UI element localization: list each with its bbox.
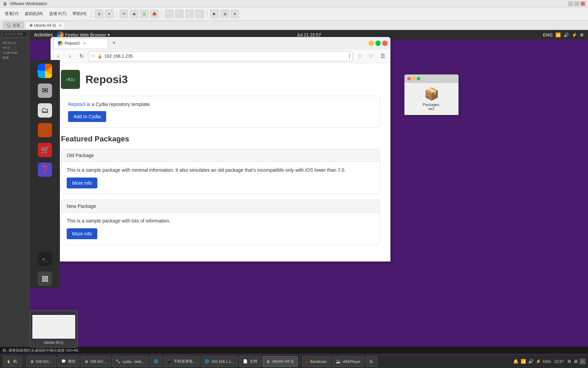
svg-rect-4 bbox=[44, 278, 46, 280]
toolbar-btn-5[interactable]: 🔋 bbox=[140, 10, 148, 18]
add-to-cydia-btn[interactable]: Add to Cydia bbox=[68, 111, 106, 122]
activities-label[interactable]: Activities bbox=[34, 32, 53, 37]
dock-firefox[interactable] bbox=[36, 62, 54, 80]
tab-home[interactable]: 🏠 主页 bbox=[3, 21, 24, 29]
taskbar-airplay-icon: 💻 bbox=[336, 359, 341, 364]
taskbar-item-os[interactable]: 🐧 机. bbox=[3, 356, 22, 367]
ff-tab-close[interactable]: ✕ bbox=[83, 41, 86, 46]
taskbar-wechat-label: 微信 bbox=[68, 359, 76, 364]
ff-shield-icon[interactable]: 🛡 bbox=[366, 51, 376, 61]
toolbar-btn-13[interactable]: ▼ bbox=[231, 10, 239, 18]
menu-help[interactable]: 帮助(H) bbox=[70, 10, 88, 17]
dock-help[interactable]: ❓ bbox=[36, 161, 54, 179]
pause-btn[interactable]: ⏸ bbox=[95, 10, 103, 18]
maximize-btn[interactable]: □ bbox=[574, 1, 579, 6]
taskbar-item-cydia[interactable]: 🔧 cydia - tekk... bbox=[112, 356, 148, 367]
toolbar-btn-3[interactable]: ⟳ bbox=[120, 10, 128, 18]
taskbar-item-wechat[interactable]: 💬 微信 bbox=[58, 356, 79, 367]
minimize-btn[interactable]: ─ bbox=[568, 1, 573, 6]
url-text[interactable]: 192.168.1.235 bbox=[104, 53, 347, 59]
systray-display[interactable]: 🖥 bbox=[573, 359, 578, 364]
systray-time: 22:57 bbox=[553, 359, 565, 364]
fm-max[interactable] bbox=[417, 77, 420, 80]
more-info-btn-old[interactable]: More info bbox=[67, 178, 97, 188]
menu-vm[interactable]: 虚拟机(M) bbox=[22, 10, 45, 17]
taskbar-sep-2 bbox=[300, 357, 300, 366]
repo-header: /R3/ Reposi3 bbox=[61, 70, 380, 89]
dock-terminal[interactable]: >_ bbox=[36, 250, 54, 268]
ff-maximize[interactable] bbox=[375, 41, 381, 46]
fm-close[interactable] bbox=[407, 77, 411, 80]
info-box: Reposi3 is a Cydia repository template. … bbox=[61, 96, 380, 128]
dock-files-icon: 🗂 bbox=[38, 103, 52, 118]
more-info-btn-new[interactable]: More info bbox=[67, 228, 97, 239]
ff-minimize[interactable] bbox=[369, 41, 374, 46]
taskbar-item-ivb2[interactable]: 🖥 IVB.N/C... bbox=[81, 356, 111, 367]
toolbar-sep-1 bbox=[92, 11, 92, 17]
taskbar-item-net[interactable]: 🌐 192.168.1.1... bbox=[201, 356, 238, 367]
bookmark-icon[interactable]: ☆ bbox=[355, 51, 364, 61]
toolbar-btn-12[interactable]: 🖥 bbox=[220, 10, 229, 18]
package-old-description: This is a sample package with minimal in… bbox=[67, 167, 374, 173]
toolbar-btn-7[interactable]: ⬜ bbox=[165, 10, 173, 18]
ff-refresh-btn[interactable]: ↻ bbox=[77, 51, 86, 61]
dock-files[interactable]: 🗂 bbox=[36, 102, 54, 119]
systray-icon-1[interactable]: 🔔 bbox=[513, 359, 519, 364]
taskbar-item-0l[interactable]: 0L bbox=[366, 356, 377, 367]
ff-newtab-btn[interactable]: + bbox=[109, 39, 119, 48]
package-new-header: New Package bbox=[61, 200, 380, 213]
dock-mail-icon: ✉ bbox=[38, 83, 52, 98]
taskbar-ubuntu-label: Ubuntu 64 位 bbox=[272, 359, 294, 364]
toolbar-btn-9[interactable]: ⬜ bbox=[185, 10, 194, 18]
close-btn[interactable]: ✕ bbox=[581, 1, 585, 6]
systray-close[interactable]: ✕ bbox=[580, 359, 585, 364]
thumbnail-img bbox=[32, 312, 76, 339]
sys-bits: 64 位 bbox=[3, 45, 17, 50]
menu-tab[interactable]: 选项卡(T) bbox=[47, 10, 68, 17]
toolbar-btn-2[interactable]: ▼ bbox=[105, 10, 113, 18]
dock-apps-grid[interactable] bbox=[36, 270, 54, 288]
tab-ubuntu[interactable]: 🖥 Ubuntu 64 位 ✕ bbox=[25, 21, 65, 29]
toolbar-btn-11[interactable]: ▶ bbox=[210, 10, 218, 18]
ff-urlbar[interactable]: 🛡 🔒 192.168.1.235 bbox=[88, 51, 353, 61]
taskbar-item-airplay[interactable]: 💻 i4AirPlayer bbox=[332, 356, 364, 367]
toolbar-btn-10[interactable]: ⬜ bbox=[196, 10, 204, 18]
toolbar-btn-4[interactable]: ⏏ bbox=[130, 10, 138, 18]
ff-tab-reposi3[interactable]: Reposi3 ✕ bbox=[53, 39, 108, 48]
dock-rhythmbox[interactable]: 🎵 bbox=[36, 121, 54, 139]
ff-back-btn[interactable]: ‹ bbox=[53, 51, 63, 61]
toolbar-btn-8[interactable]: ⬜ bbox=[175, 10, 183, 18]
thumbnail-preview[interactable]: Ubuntu 64 位 bbox=[30, 310, 78, 348]
toolbar-btn-6[interactable]: 📤 bbox=[150, 10, 159, 18]
topbar-network: 📶 bbox=[555, 32, 561, 37]
taskbar-item-ivb1[interactable]: 🖥 IVB.N/C... bbox=[26, 356, 56, 367]
fm-min[interactable] bbox=[412, 77, 415, 80]
taskbar-item-phone[interactable]: 📱 手机投屏电... bbox=[163, 356, 199, 367]
taskbar-item-docs[interactable]: 📄 文档 bbox=[239, 356, 261, 367]
ff-close[interactable] bbox=[382, 41, 388, 46]
menu-view[interactable]: 查看(V) bbox=[3, 10, 20, 17]
tab-close-icon[interactable]: ✕ bbox=[59, 24, 62, 27]
topbar-settings[interactable]: ⚙ bbox=[580, 32, 584, 37]
systray-icon-2[interactable]: 📶 bbox=[521, 359, 526, 364]
ff-forward-btn[interactable]: › bbox=[65, 51, 75, 61]
intro-link[interactable]: Reposi3 bbox=[68, 102, 85, 107]
taskbar-item-record[interactable]: ● Bandicam bbox=[302, 356, 331, 367]
toolbar-sep-4 bbox=[207, 11, 207, 17]
taskbar-ubuntu-icon: 🖥 bbox=[266, 359, 270, 364]
dock-mail[interactable]: ✉ bbox=[36, 82, 54, 99]
file-label: Packages. bz2 bbox=[423, 103, 440, 111]
taskbar-item-chrome[interactable]: 🌐 bbox=[150, 356, 162, 367]
taskbar-item-ubuntu[interactable]: 🖥 Ubuntu 64 位 bbox=[262, 356, 298, 367]
systray-icon-4[interactable]: ⚡ bbox=[536, 359, 541, 364]
systray-settings[interactable]: ⚙ bbox=[567, 359, 571, 364]
ff-titlebar: Reposi3 ✕ + bbox=[51, 37, 390, 49]
search-input[interactable] bbox=[3, 31, 27, 37]
vmware-toolbar: 查看(V) 虚拟机(M) 选项卡(T) 帮助(H) ⏸ ▼ ⟳ ⏏ 🔋 📤 ⬜ … bbox=[0, 7, 588, 20]
taskbar-docs-label: 文档 bbox=[250, 359, 257, 364]
systray-icon-3[interactable]: 🔊 bbox=[528, 359, 534, 364]
taskbar-net-label: 192.168.1.1... bbox=[211, 359, 234, 364]
ff-hamburger-menu[interactable]: ☰ bbox=[378, 51, 388, 61]
taskbar-0l-label: 0L bbox=[370, 359, 374, 364]
dock-appstore[interactable]: 🛒 bbox=[36, 141, 54, 159]
